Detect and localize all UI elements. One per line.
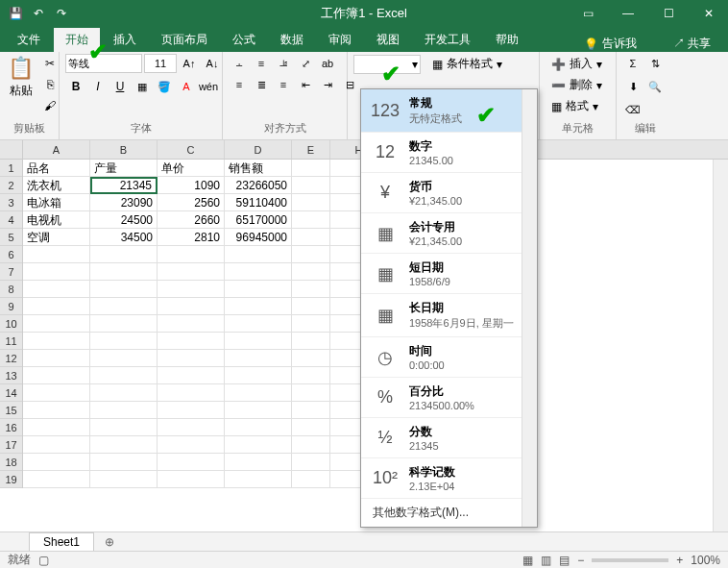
cell[interactable] bbox=[292, 367, 330, 384]
row-header[interactable]: 12 bbox=[0, 350, 22, 367]
font-name-select[interactable] bbox=[65, 54, 142, 73]
row-header[interactable]: 8 bbox=[0, 281, 22, 298]
tab-formulas[interactable]: 公式 bbox=[221, 28, 267, 52]
cell[interactable] bbox=[292, 315, 330, 333]
cell[interactable] bbox=[292, 298, 330, 315]
cell[interactable] bbox=[23, 298, 90, 315]
zoom-in-icon[interactable]: + bbox=[676, 554, 683, 567]
cell[interactable] bbox=[292, 384, 330, 402]
row-header[interactable]: 1 bbox=[0, 160, 22, 177]
col-header[interactable]: D bbox=[225, 140, 292, 159]
cell[interactable] bbox=[90, 350, 158, 367]
row-header[interactable]: 17 bbox=[0, 436, 22, 454]
cell[interactable] bbox=[90, 246, 158, 263]
cell[interactable] bbox=[23, 402, 90, 419]
minimize-icon[interactable]: — bbox=[609, 0, 647, 27]
cell[interactable]: 24500 bbox=[90, 211, 158, 229]
tab-dev[interactable]: 开发工具 bbox=[413, 28, 482, 52]
cell[interactable] bbox=[292, 263, 330, 281]
cell[interactable]: 2660 bbox=[158, 211, 225, 229]
format-option-6[interactable]: ◷时间0:00:00 bbox=[361, 337, 537, 378]
sort-filter-icon[interactable]: ⇅ bbox=[644, 54, 666, 73]
cell[interactable] bbox=[292, 471, 330, 488]
cell[interactable] bbox=[292, 436, 330, 454]
cut-icon[interactable]: ✂ bbox=[39, 54, 61, 73]
cell[interactable] bbox=[292, 229, 330, 246]
cell[interactable] bbox=[225, 471, 292, 488]
add-sheet-button[interactable]: ⊕ bbox=[100, 532, 119, 552]
cell[interactable] bbox=[158, 263, 225, 281]
vertical-scrollbar[interactable] bbox=[713, 160, 728, 531]
cell[interactable] bbox=[158, 333, 225, 350]
align-top-icon[interactable]: ⫠ bbox=[229, 54, 250, 73]
tab-file[interactable]: 文件 bbox=[6, 28, 52, 52]
font-size-select[interactable] bbox=[144, 54, 177, 73]
autosum-icon[interactable]: Σ bbox=[622, 54, 643, 73]
phonetic-button[interactable]: wén bbox=[198, 77, 219, 96]
cell[interactable] bbox=[90, 384, 158, 402]
cell[interactable] bbox=[292, 402, 330, 419]
align-center-icon[interactable]: ≣ bbox=[251, 75, 272, 94]
tab-review[interactable]: 审阅 bbox=[317, 28, 363, 52]
view-normal-icon[interactable]: ▦ bbox=[522, 554, 533, 567]
zoom-level[interactable]: 100% bbox=[691, 554, 720, 567]
cell[interactable]: 23090 bbox=[90, 194, 158, 211]
delete-cells-button[interactable]: ➖ 删除 ▾ bbox=[546, 75, 608, 95]
cell[interactable] bbox=[158, 419, 225, 436]
cell[interactable] bbox=[23, 436, 90, 454]
row-header[interactable]: 7 bbox=[0, 263, 22, 281]
cell[interactable] bbox=[90, 281, 158, 298]
paste-button[interactable]: 📋 粘贴 bbox=[6, 54, 36, 101]
align-left-icon[interactable]: ≡ bbox=[229, 75, 250, 94]
format-option-0[interactable]: 123常规无特定格式 bbox=[361, 89, 537, 133]
cell[interactable] bbox=[23, 350, 90, 367]
cell[interactable] bbox=[90, 333, 158, 350]
row-header[interactable]: 13 bbox=[0, 367, 22, 384]
border-button[interactable]: ▦ bbox=[132, 77, 153, 96]
wrap-text-button[interactable]: ab bbox=[317, 54, 338, 73]
find-icon[interactable]: 🔍 bbox=[644, 77, 666, 96]
ribbon-options-icon[interactable]: ▭ bbox=[569, 0, 607, 27]
cell[interactable]: 电视机 bbox=[23, 211, 90, 229]
cell[interactable] bbox=[225, 436, 292, 454]
cell[interactable] bbox=[23, 333, 90, 350]
format-option-1[interactable]: 12数字21345.00 bbox=[361, 133, 537, 173]
col-header[interactable]: A bbox=[23, 140, 90, 159]
format-option-4[interactable]: ▦短日期1958/6/9 bbox=[361, 254, 537, 294]
col-header[interactable]: E bbox=[292, 140, 330, 159]
fill-icon[interactable]: ⬇ bbox=[622, 77, 643, 96]
cell[interactable] bbox=[225, 419, 292, 436]
row-header[interactable]: 5 bbox=[0, 229, 22, 246]
cell[interactable] bbox=[158, 315, 225, 333]
cell[interactable] bbox=[158, 454, 225, 471]
cell[interactable] bbox=[23, 281, 90, 298]
cell[interactable] bbox=[90, 419, 158, 436]
cell[interactable] bbox=[225, 333, 292, 350]
tab-data[interactable]: 数据 bbox=[269, 28, 315, 52]
cell[interactable]: 96945000 bbox=[225, 229, 292, 246]
cell[interactable]: 65170000 bbox=[225, 211, 292, 229]
decrease-font-icon[interactable]: A↓ bbox=[202, 54, 223, 73]
tab-help[interactable]: 帮助 bbox=[484, 28, 530, 52]
align-bottom-icon[interactable]: ⫡ bbox=[273, 54, 294, 73]
cell[interactable] bbox=[292, 454, 330, 471]
cell[interactable] bbox=[23, 315, 90, 333]
zoom-slider[interactable] bbox=[592, 558, 668, 562]
cell[interactable] bbox=[23, 367, 90, 384]
format-option-2[interactable]: ¥货币¥21,345.00 bbox=[361, 173, 537, 213]
cell[interactable]: 电冰箱 bbox=[23, 194, 90, 211]
cell[interactable]: 59110400 bbox=[225, 194, 292, 211]
cell[interactable] bbox=[23, 471, 90, 488]
clear-icon[interactable]: ⌫ bbox=[622, 100, 643, 119]
italic-button[interactable]: I bbox=[87, 77, 109, 96]
share-button[interactable]: ↗ 共享 bbox=[664, 36, 720, 52]
redo-icon[interactable]: ↷ bbox=[52, 4, 71, 23]
cell[interactable]: 1090 bbox=[158, 177, 225, 194]
cell[interactable] bbox=[292, 246, 330, 263]
cell[interactable] bbox=[90, 298, 158, 315]
cell[interactable] bbox=[292, 211, 330, 229]
cell[interactable] bbox=[225, 350, 292, 367]
view-pagebreak-icon[interactable]: ▤ bbox=[559, 554, 570, 567]
cell[interactable]: 产量 bbox=[90, 160, 158, 177]
cell[interactable] bbox=[90, 402, 158, 419]
